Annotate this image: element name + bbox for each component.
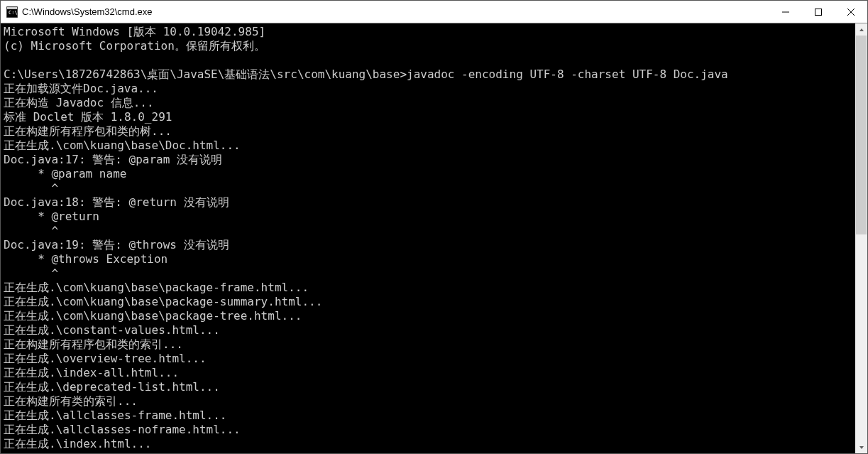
terminal-line: * @param name	[4, 167, 852, 181]
terminal-line: 正在生成.\com\kuang\base\Doc.html...	[4, 139, 852, 153]
window-controls	[769, 1, 867, 23]
terminal-line: Doc.java:17: 警告: @param 没有说明	[4, 153, 852, 167]
terminal-line: (c) Microsoft Corporation。保留所有权利。	[4, 39, 852, 53]
titlebar[interactable]: C:\ C:\Windows\System32\cmd.exe	[1, 1, 867, 23]
svg-rect-4	[815, 9, 822, 15]
maximize-button[interactable]	[802, 1, 835, 23]
terminal-line: 正在生成.\com\kuang\base\package-frame.html.…	[4, 281, 852, 295]
terminal-output: Microsoft Windows [版本 10.0.19042.985](c)…	[1, 23, 855, 453]
scroll-down-arrow-icon[interactable]	[855, 441, 867, 453]
minimize-button[interactable]	[769, 1, 802, 23]
terminal-line: 正在生成.\allclasses-frame.html...	[4, 409, 852, 423]
terminal-line: 正在生成.\index-all.html...	[4, 366, 852, 380]
terminal-area[interactable]: Microsoft Windows [版本 10.0.19042.985](c)…	[1, 23, 867, 453]
terminal-line: * @return	[4, 210, 852, 224]
cmd-icon: C:\	[6, 6, 18, 18]
terminal-line: ^	[4, 181, 852, 195]
terminal-line: ^	[4, 224, 852, 238]
terminal-line: 正在生成.\deprecated-list.html...	[4, 380, 852, 394]
terminal-line: 正在构建所有程序包和类的索引...	[4, 337, 852, 352]
terminal-line: 正在生成.\constant-values.html...	[4, 323, 852, 337]
terminal-line	[4, 53, 852, 67]
terminal-line: 正在构建所有程序包和类的树...	[4, 124, 852, 139]
terminal-line: 标准 Doclet 版本 1.8.0_291	[4, 110, 852, 124]
terminal-line: * @throws Exception	[4, 252, 852, 266]
scroll-up-arrow-icon[interactable]	[855, 23, 867, 36]
scrollbar-thumb[interactable]	[856, 36, 867, 234]
terminal-line: 正在构造 Javadoc 信息...	[4, 96, 852, 110]
terminal-line: 正在生成.\com\kuang\base\package-summary.htm…	[4, 295, 852, 309]
terminal-line: 正在加载源文件Doc.java...	[4, 82, 852, 96]
svg-marker-7	[859, 28, 864, 31]
terminal-line: ^	[4, 266, 852, 281]
terminal-line: Doc.java:18: 警告: @return 没有说明	[4, 195, 852, 210]
terminal-line: C:\Users\18726742863\桌面\JavaSE\基础语法\src\…	[4, 67, 852, 82]
terminal-line: 正在生成.\com\kuang\base\package-tree.html..…	[4, 309, 852, 323]
svg-rect-1	[7, 7, 17, 9]
vertical-scrollbar[interactable]	[855, 23, 867, 453]
window-title: C:\Windows\System32\cmd.exe	[22, 6, 769, 17]
terminal-line: 正在构建所有类的索引...	[4, 394, 852, 409]
svg-text:C:\: C:\	[9, 10, 18, 16]
svg-marker-8	[859, 446, 864, 449]
terminal-line: Doc.java:19: 警告: @throws 没有说明	[4, 238, 852, 252]
terminal-line: Microsoft Windows [版本 10.0.19042.985]	[4, 25, 852, 39]
terminal-line: 正在生成.\overview-tree.html...	[4, 352, 852, 366]
terminal-line: 正在生成.\allclasses-noframe.html...	[4, 423, 852, 437]
close-button[interactable]	[835, 1, 867, 23]
terminal-line: 正在生成.\index.html...	[4, 437, 852, 451]
cmd-window: C:\ C:\Windows\System32\cmd.exe Microsof…	[0, 0, 868, 454]
